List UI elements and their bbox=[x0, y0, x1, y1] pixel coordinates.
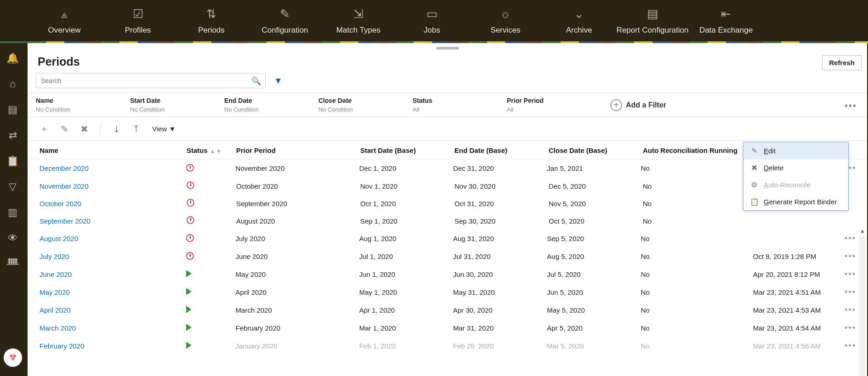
drag-handle[interactable] bbox=[436, 47, 459, 50]
cell-prior: July 2020 bbox=[236, 235, 359, 242]
table-row[interactable]: July 2020June 2020Jul 1, 2020Jul 31, 202… bbox=[28, 247, 867, 265]
calendar-circle-icon[interactable]: 📅 bbox=[4, 348, 22, 367]
period-link[interactable]: November 2020 bbox=[40, 182, 89, 190]
export-icon[interactable]: ⤒ bbox=[132, 123, 140, 135]
bell-icon[interactable]: 🔔 bbox=[6, 52, 19, 64]
period-link[interactable]: August 2020 bbox=[40, 235, 78, 242]
clipboard-icon[interactable]: 📋 bbox=[6, 155, 19, 167]
search-input[interactable] bbox=[36, 73, 266, 88]
filter-close-date[interactable]: Close DateNo Condition bbox=[318, 97, 413, 113]
period-link[interactable]: June 2020 bbox=[40, 270, 72, 278]
search-icon[interactable]: 🔍 bbox=[251, 76, 261, 86]
table-row[interactable]: March 2020February 2020Mar 1, 2020Mar 31… bbox=[28, 319, 867, 337]
nav-services[interactable]: ☼Services bbox=[469, 7, 542, 41]
filter-name[interactable]: NameNo Condition bbox=[36, 97, 130, 113]
nav-jobs[interactable]: ▭Jobs bbox=[395, 7, 469, 41]
table-row[interactable]: October 2020September 2020Oct 1, 2020Oct… bbox=[28, 195, 867, 212]
filter-end-date[interactable]: End DateNo Condition bbox=[224, 97, 318, 113]
nav-archive[interactable]: ⌄Archive bbox=[542, 7, 616, 41]
period-link[interactable]: April 2020 bbox=[40, 306, 71, 314]
delete-icon[interactable]: ✖ bbox=[80, 123, 88, 135]
header-name[interactable]: Name bbox=[40, 146, 187, 154]
cell-end: Aug 31, 2020 bbox=[453, 235, 547, 242]
filter-prior-period[interactable]: Prior PeriodAll bbox=[507, 97, 601, 113]
edit-icon[interactable]: ✎ bbox=[61, 123, 68, 135]
filter-icon[interactable]: ▼ bbox=[274, 76, 283, 86]
cell-start: Apr 1, 2020 bbox=[359, 306, 453, 314]
header-status[interactable]: Status ▲ ▼ bbox=[187, 146, 236, 154]
cell-end: Apr 30, 2020 bbox=[453, 306, 547, 314]
cell-end: Sep 30, 2020 bbox=[454, 217, 549, 225]
exchange-icon[interactable]: ⇄ bbox=[9, 129, 17, 141]
cell-prior: September 2020 bbox=[236, 200, 360, 208]
funnel-icon[interactable]: ▽ bbox=[9, 181, 17, 193]
row-actions-icon[interactable]: ••• bbox=[845, 323, 856, 333]
header-prior[interactable]: Prior Period bbox=[236, 146, 360, 154]
nav-icon: ⌄ bbox=[542, 7, 616, 21]
eye-icon[interactable]: 👁 bbox=[8, 232, 18, 244]
scroll-up-icon[interactable]: ▲ bbox=[860, 228, 865, 234]
home-icon[interactable]: ⌂ bbox=[10, 78, 16, 90]
filter-condition: All bbox=[413, 106, 507, 113]
nav-report-configuration[interactable]: ▤Report Configuration bbox=[616, 7, 689, 41]
table-row[interactable]: June 2020May 2020Jun 1, 2020Jun 30, 2020… bbox=[28, 265, 867, 283]
doc-gear-icon[interactable]: ▤ bbox=[8, 104, 17, 116]
nav-data-exchange[interactable]: ⇤Data Exchange bbox=[689, 7, 763, 41]
row-actions-icon[interactable]: ••• bbox=[845, 305, 856, 315]
period-link[interactable]: December 2020 bbox=[40, 164, 89, 172]
hierarchy-icon[interactable]: ᚙ bbox=[7, 258, 18, 270]
period-link[interactable]: May 2020 bbox=[40, 288, 70, 296]
scroll-track[interactable] bbox=[859, 236, 865, 376]
menu-delete[interactable]: ✖Delete bbox=[743, 159, 848, 176]
table-header-row: Name Status ▲ ▼ Prior Period Start Date … bbox=[28, 141, 867, 159]
header-start[interactable]: Start Date (Base) bbox=[360, 146, 454, 154]
cell-close: Jun 5, 2020 bbox=[547, 288, 641, 296]
nav-periods[interactable]: ⇅Periods bbox=[175, 7, 248, 41]
table-row[interactable]: August 2020July 2020Aug 1, 2020Aug 31, 2… bbox=[28, 230, 867, 247]
header-end[interactable]: End Date (Base) bbox=[454, 146, 549, 154]
menu-item-label: Delete bbox=[764, 164, 783, 172]
add-filter-button[interactable]: + Add a Filter bbox=[610, 97, 666, 113]
table-row[interactable]: November 2020October 2020Nov 1, 2020Nov … bbox=[28, 177, 867, 195]
report-icon[interactable]: ▥ bbox=[8, 207, 17, 219]
table-row[interactable]: February 2020January 2020Feb 1, 2020Feb … bbox=[28, 337, 867, 355]
header-auto[interactable]: Auto Reconciliation Running bbox=[643, 146, 755, 154]
row-actions-icon[interactable]: ••• bbox=[845, 269, 856, 279]
vertical-scrollbar[interactable]: ▲ bbox=[858, 227, 866, 376]
menu-edit[interactable]: ✎Edit bbox=[743, 142, 848, 159]
nav-label: Configuration bbox=[261, 26, 308, 34]
import-icon[interactable]: ⤓ bbox=[113, 123, 120, 135]
table-row[interactable]: May 2020April 2020May 1, 2020May 31, 202… bbox=[28, 283, 867, 301]
nav-match-types[interactable]: ⇲Match Types bbox=[322, 7, 395, 41]
view-dropdown[interactable]: View ▼ bbox=[152, 125, 176, 133]
period-link[interactable]: March 2020 bbox=[40, 324, 76, 332]
periods-table: Name Status ▲ ▼ Prior Period Start Date … bbox=[28, 141, 867, 355]
cell-prior: August 2020 bbox=[236, 217, 360, 225]
period-link[interactable]: October 2020 bbox=[40, 200, 81, 208]
cell-start: Oct 1, 2020 bbox=[360, 200, 454, 208]
refresh-button[interactable]: Refresh bbox=[822, 55, 862, 70]
period-link[interactable]: February 2020 bbox=[40, 342, 85, 350]
nav-icon: ☑ bbox=[101, 7, 175, 21]
add-icon[interactable]: ＋ bbox=[40, 123, 49, 135]
nav-overview[interactable]: ⟁Overview bbox=[28, 7, 101, 41]
plus-circle-icon: + bbox=[610, 99, 622, 111]
menu-generate-report-binder[interactable]: 📋Generate Report Binder bbox=[743, 193, 848, 210]
filter-more-icon[interactable]: ••• bbox=[845, 101, 857, 111]
nav-profiles[interactable]: ☑Profiles bbox=[101, 7, 175, 41]
header-close[interactable]: Close Date (Base) bbox=[549, 146, 643, 154]
nav-icon: ▤ bbox=[616, 7, 689, 21]
period-link[interactable]: September 2020 bbox=[40, 217, 91, 225]
row-actions-icon[interactable]: ••• bbox=[845, 234, 856, 243]
menu-item-icon: ✎ bbox=[750, 146, 758, 155]
table-row[interactable]: September 2020August 2020Sep 1, 2020Sep … bbox=[28, 212, 867, 230]
table-row[interactable]: April 2020March 2020Apr 1, 2020Apr 30, 2… bbox=[28, 301, 867, 319]
period-link[interactable]: July 2020 bbox=[40, 253, 69, 260]
nav-configuration[interactable]: ✎Configuration bbox=[248, 7, 322, 41]
filter-start-date[interactable]: Start DateNo Condition bbox=[130, 97, 224, 113]
table-row[interactable]: December 2020November 2020Dec 1, 2020Dec… bbox=[28, 159, 867, 177]
row-actions-icon[interactable]: ••• bbox=[845, 341, 856, 351]
row-actions-icon[interactable]: ••• bbox=[845, 287, 856, 297]
row-actions-icon[interactable]: ••• bbox=[845, 252, 856, 261]
filter-status[interactable]: StatusAll bbox=[413, 97, 507, 113]
